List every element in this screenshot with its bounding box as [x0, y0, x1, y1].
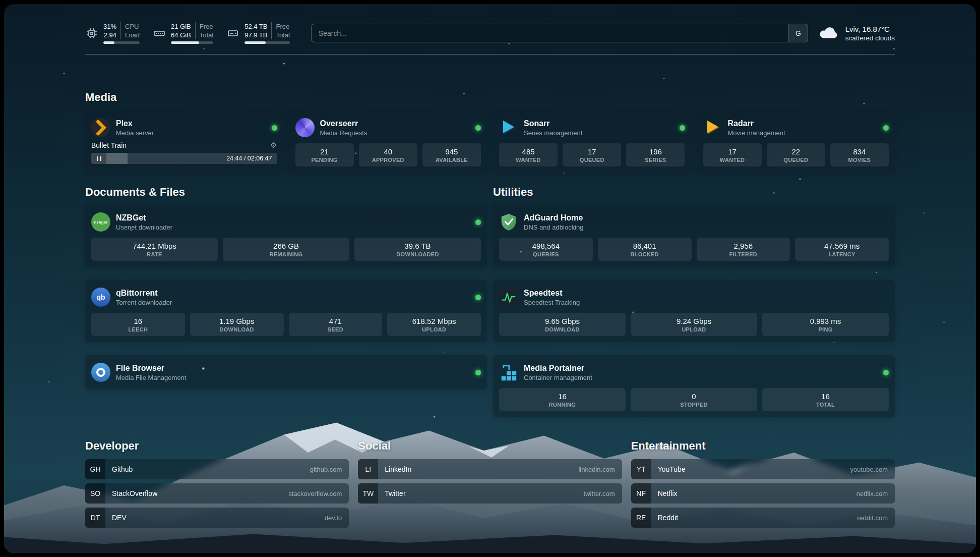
linkedin-abbr-icon: LI [358, 459, 378, 479]
stat-available: 945 AVAILABLE [422, 143, 481, 166]
service-desc: Series management [524, 129, 582, 137]
radarr-icon [703, 118, 722, 137]
cpu-icon [85, 27, 98, 40]
nzbget-card[interactable]: nzbget NZBGet Usenet downloader 744.21 M… [85, 205, 487, 267]
speedtest-icon [499, 288, 518, 307]
service-desc: Media Requests [320, 129, 368, 137]
bookmark-dev[interactable]: DT DEV dev.to [85, 508, 349, 528]
disk-total-label: Total [276, 31, 289, 39]
memory-free-label: Free [200, 22, 213, 31]
overseerr-icon [295, 118, 315, 137]
status-dot [475, 370, 481, 375]
status-dot [475, 125, 481, 131]
radarr-card[interactable]: Radarr Movie management 17 WANTED 22 QUE… [697, 110, 895, 173]
stat-blocked: 86,401 BLOCKED [598, 238, 692, 261]
stat-downloaded: 39.6 TB DOWNLOADED [354, 238, 481, 261]
service-name: Media Portainer [524, 363, 592, 373]
stat-pending: 21 PENDING [295, 143, 354, 166]
bookmark-youtube[interactable]: YT YouTube youtube.com [631, 459, 895, 479]
stat-movies: 834 MOVIES [830, 143, 889, 166]
plex-icon [91, 118, 110, 137]
section-title-documents: Documents & Files [85, 186, 487, 199]
github-abbr-icon: GH [85, 459, 105, 479]
bookmark-github[interactable]: GH Github github.com [85, 459, 349, 479]
stat-queries: 498,564 QUERIES [499, 238, 593, 261]
bookmarks-developer: Developer GH Github github.com SO StackO… [85, 439, 349, 532]
memory-free: 21 GiB [171, 22, 191, 31]
memory-icon [153, 27, 166, 40]
system-widgets: 31% 2.94 CPU Load [85, 22, 290, 44]
portainer-card[interactable]: Media Portainer Container management 16 … [493, 355, 895, 417]
bookmarks-entertainment: Entertainment YT YouTube youtube.com NF … [631, 439, 895, 532]
dashboard-screen: 31% 2.94 CPU Load [4, 4, 976, 553]
cpu-progress-bar [103, 41, 140, 44]
playback-time: 24:44 / 02:06:47 [226, 153, 272, 164]
plex-card[interactable]: Plex Media server Bullet Train ⚙ 24:44 /… [85, 110, 283, 173]
bookmark-twitter[interactable]: TW Twitter twitter.com [358, 483, 622, 504]
bookmark-linkedin[interactable]: LI LinkedIn linkedin.com [358, 459, 622, 479]
service-desc: Torrent downloader [116, 298, 172, 307]
cpu-label: CPU [125, 22, 140, 31]
overseerr-card[interactable]: Overseerr Media Requests 21 PENDING 40 A… [289, 110, 487, 173]
bookmark-reddit[interactable]: RE Reddit reddit.com [631, 508, 895, 528]
media-grid: Plex Media server Bullet Train ⚙ 24:44 /… [85, 110, 895, 173]
stat-upload: 618.52 Mbps UPLOAD [387, 313, 481, 336]
nzbget-icon: nzbget [91, 212, 110, 232]
weather-location-temp: Lviv, 16.87°C [845, 24, 895, 34]
stat-ping: 0.993 ms PING [762, 313, 889, 336]
stat-queued: 22 QUEUED [767, 143, 825, 166]
status-dot [883, 125, 889, 131]
stat-remaining: 266 GB REMAINING [223, 238, 349, 261]
pause-button[interactable] [91, 153, 106, 164]
sonarr-card[interactable]: Sonarr Series management 485 WANTED 17 Q… [493, 110, 691, 173]
stat-download: 1.19 Gbps DOWNLOAD [190, 313, 284, 336]
status-dot [272, 125, 277, 131]
portainer-icon [499, 363, 518, 382]
weather-widget[interactable]: Lviv, 16.87°C scattered clouds [818, 24, 895, 42]
playback-progress-bar[interactable]: 24:44 / 02:06:47 [91, 153, 277, 164]
memory-widget: 21 GiB 64 GiB Free Total [153, 22, 213, 44]
qbittorrent-card[interactable]: qb qBittorrent Torrent downloader 16 LEE… [85, 280, 487, 342]
stat-seed: 471 SEED [289, 313, 383, 336]
section-title-developer: Developer [85, 439, 349, 453]
section-title-entertainment: Entertainment [631, 439, 895, 453]
disk-icon [226, 27, 239, 40]
service-desc: Container management [524, 373, 592, 382]
bookmark-netflix[interactable]: NF Netflix netflix.com [631, 483, 895, 504]
youtube-abbr-icon: YT [631, 459, 651, 479]
search-input[interactable] [312, 24, 788, 42]
filebrowser-card[interactable]: File Browser Media File Management [85, 355, 487, 389]
status-dot [883, 370, 889, 375]
documents-column: Documents & Files nzbget NZBGet Usenet d… [85, 173, 487, 389]
adguard-shield-icon [499, 212, 518, 232]
stackoverflow-abbr-icon: SO [85, 483, 105, 504]
service-desc: Media server [116, 129, 154, 137]
stat-queued: 17 QUEUED [563, 143, 621, 166]
service-name: qBittorrent [116, 288, 172, 298]
service-desc: Media File Management [116, 373, 186, 382]
disk-progress-bar [244, 41, 290, 44]
stat-approved: 40 APPROVED [359, 143, 417, 166]
section-title-utilities: Utilities [493, 186, 895, 199]
stat-leech: 16 LEECH [91, 313, 185, 336]
service-name: Plex [116, 119, 154, 129]
section-title-media: Media [85, 91, 895, 104]
cpu-load-label: Load [125, 31, 140, 39]
search-provider-button[interactable]: G [788, 24, 808, 42]
status-dot [680, 125, 685, 131]
gear-icon[interactable]: ⚙ [270, 141, 277, 150]
service-name: AdGuard Home [524, 213, 584, 223]
weather-condition: scattered clouds [845, 34, 895, 42]
bookmarks-social: Social LI LinkedIn linkedin.com TW Twitt… [358, 439, 622, 532]
bookmark-stackoverflow[interactable]: SO StackOverflow stackoverflow.com [85, 483, 349, 504]
cpu-percent: 31% [103, 22, 116, 31]
speedtest-card[interactable]: Speedtest Speedtest Tracking 9.65 Gbps D… [493, 280, 895, 342]
utilities-column: Utilities [493, 173, 895, 417]
memory-total: 64 GiB [171, 31, 191, 39]
stat-filtered: 2,956 FILTERED [697, 238, 790, 261]
service-desc: DNS and adblocking [524, 223, 584, 232]
adguard-card[interactable]: AdGuard Home DNS and adblocking 498,564 … [493, 205, 895, 267]
qbittorrent-icon: qb [91, 288, 110, 307]
filebrowser-icon [91, 363, 110, 382]
service-desc: Speedtest Tracking [524, 298, 580, 307]
